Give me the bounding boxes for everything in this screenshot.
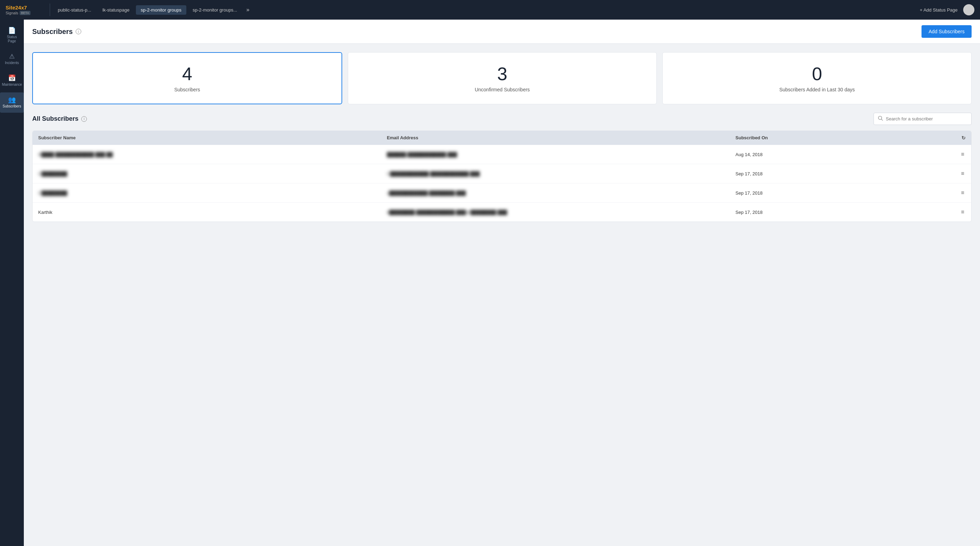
stats-section: 4 Subscribers 3 Unconfirmed Subscribers … bbox=[24, 44, 980, 104]
sidebar-label-maintenance: Maintenance bbox=[2, 83, 22, 87]
stat-number-subscribers: 4 bbox=[182, 64, 192, 84]
search-icon bbox=[878, 116, 883, 122]
brand-logo: Site24x7 Signals BETA bbox=[6, 5, 44, 15]
subscribers-section: All Subscribers i Subscriber Name bbox=[24, 104, 980, 230]
subscriber-actions-1: ≡ bbox=[945, 150, 966, 159]
nav-tab-3[interactable]: sp-2-monitor groups bbox=[136, 5, 186, 15]
sidebar-item-maintenance[interactable]: 📅 Maintenance bbox=[0, 71, 24, 91]
row-menu-icon-4[interactable]: ≡ bbox=[960, 208, 966, 217]
row-menu-icon-2[interactable]: ≡ bbox=[960, 169, 966, 178]
nav-tab-2[interactable]: lk-statuspage bbox=[97, 5, 134, 15]
main-layout: 📄 Status Page ⚠ Incidents 📅 Maintenance … bbox=[0, 20, 980, 546]
subscribers-icon: 👥 bbox=[8, 97, 16, 103]
beta-badge: BETA bbox=[20, 11, 30, 15]
add-status-page-link[interactable]: + Add Status Page bbox=[920, 7, 958, 13]
subscriber-email-3: c████████████.████████.███ bbox=[387, 190, 735, 196]
sidebar-label-subscribers: Subscribers bbox=[3, 104, 21, 108]
stat-number-unconfirmed: 3 bbox=[497, 64, 508, 84]
subscriber-actions-4: ≡ bbox=[945, 208, 966, 217]
top-navigation: Site24x7 Signals BETA public-status-p...… bbox=[0, 0, 980, 20]
status-page-icon: 📄 bbox=[8, 27, 16, 33]
stat-card-subscribers[interactable]: 4 Subscribers bbox=[32, 52, 342, 104]
add-subscribers-button[interactable]: Add Subscribers bbox=[921, 25, 972, 38]
stat-label-unconfirmed: Unconfirmed Subscribers bbox=[474, 87, 530, 92]
nav-right: + Add Status Page bbox=[920, 4, 974, 16]
header-email: Email Address bbox=[387, 135, 735, 141]
table-header: Subscriber Name Email Address Subscribed… bbox=[33, 131, 971, 145]
brand-name: Site24x7 bbox=[6, 5, 44, 11]
subscriber-date-3: Sep 17, 2018 bbox=[735, 190, 945, 196]
sidebar-label-status-page: Status Page bbox=[3, 35, 21, 43]
page-header: Subscribers i Add Subscribers bbox=[24, 20, 980, 44]
nav-tabs: public-status-p... lk-statuspage sp-2-mo… bbox=[53, 5, 920, 15]
stat-card-added-30days[interactable]: 0 Subscribers Added in Last 30 days bbox=[662, 52, 972, 104]
sidebar-item-incidents[interactable]: ⚠ Incidents bbox=[0, 49, 24, 69]
nav-divider bbox=[50, 3, 50, 16]
subscriber-name-3: C████████ bbox=[38, 190, 387, 196]
stat-card-unconfirmed[interactable]: 3 Unconfirmed Subscribers bbox=[348, 52, 657, 104]
subscriber-actions-3: ≡ bbox=[945, 188, 966, 197]
nav-tab-1[interactable]: public-status-p... bbox=[53, 5, 96, 15]
subscriber-date-2: Sep 17, 2018 bbox=[735, 171, 945, 176]
header-subscribed-on: Subscribed On bbox=[735, 135, 945, 141]
row-menu-icon-3[interactable]: ≡ bbox=[960, 188, 966, 197]
header-name: Subscriber Name bbox=[38, 135, 387, 141]
stat-label-subscribers: Subscribers bbox=[174, 87, 200, 92]
subscriber-date-1: Aug 14, 2018 bbox=[735, 152, 945, 157]
refresh-icon[interactable]: ↻ bbox=[961, 135, 966, 141]
table-row: Karthik k████████.████████████.███@█████… bbox=[33, 203, 971, 222]
subscriber-actions-2: ≡ bbox=[945, 169, 966, 178]
stat-label-added: Subscribers Added in Last 30 days bbox=[779, 87, 855, 92]
content-area: Subscribers i Add Subscribers 4 Subscrib… bbox=[24, 20, 980, 546]
brand-signals: Signals BETA bbox=[6, 11, 44, 15]
page-title: Subscribers bbox=[32, 28, 73, 36]
sidebar-item-status-page[interactable]: 📄 Status Page bbox=[0, 23, 24, 48]
page-info-icon[interactable]: i bbox=[76, 29, 81, 34]
svg-line-1 bbox=[881, 119, 883, 121]
page-title-row: Subscribers i bbox=[32, 28, 81, 36]
table-row: C████████ C████████████.████████████.███… bbox=[33, 164, 971, 183]
subscriber-email-2: C████████████.████████████.███ bbox=[387, 171, 735, 176]
sidebar-label-incidents: Incidents bbox=[5, 61, 19, 65]
subscriber-date-4: Sep 17, 2018 bbox=[735, 210, 945, 215]
incidents-icon: ⚠ bbox=[9, 53, 15, 59]
sidebar: 📄 Status Page ⚠ Incidents 📅 Maintenance … bbox=[0, 20, 24, 546]
search-input[interactable] bbox=[886, 116, 967, 121]
section-info-icon[interactable]: i bbox=[81, 116, 87, 122]
user-avatar[interactable] bbox=[963, 4, 974, 16]
subscriber-email-1: ██████.████████████.███ bbox=[387, 152, 735, 157]
table-row: K████ ████████████ ███ ██ ██████.███████… bbox=[33, 145, 971, 164]
sidebar-item-subscribers[interactable]: 👥 Subscribers bbox=[0, 92, 24, 113]
maintenance-icon: 📅 bbox=[8, 75, 16, 81]
nav-tab-4[interactable]: sp-2-monitor groups... bbox=[188, 5, 242, 15]
nav-more-button[interactable]: » bbox=[243, 5, 252, 14]
subscriber-name-1: K████ ████████████ ███ ██ bbox=[38, 152, 387, 157]
row-menu-icon-1[interactable]: ≡ bbox=[960, 150, 966, 159]
stat-number-added: 0 bbox=[812, 64, 822, 84]
table-row: C████████ c████████████.████████.███ Sep… bbox=[33, 183, 971, 203]
subscriber-name-2: C████████ bbox=[38, 171, 387, 176]
search-box bbox=[873, 113, 972, 125]
section-title-row: All Subscribers i bbox=[32, 115, 87, 122]
subscribers-table: Subscriber Name Email Address Subscribed… bbox=[32, 130, 972, 222]
header-refresh: ↻ bbox=[945, 135, 966, 141]
subscriber-email-4: k████████.████████████.███@████████.███ bbox=[387, 210, 735, 215]
section-title: All Subscribers bbox=[32, 115, 78, 122]
section-header: All Subscribers i bbox=[32, 113, 972, 125]
subscriber-name-4: Karthik bbox=[38, 210, 387, 215]
